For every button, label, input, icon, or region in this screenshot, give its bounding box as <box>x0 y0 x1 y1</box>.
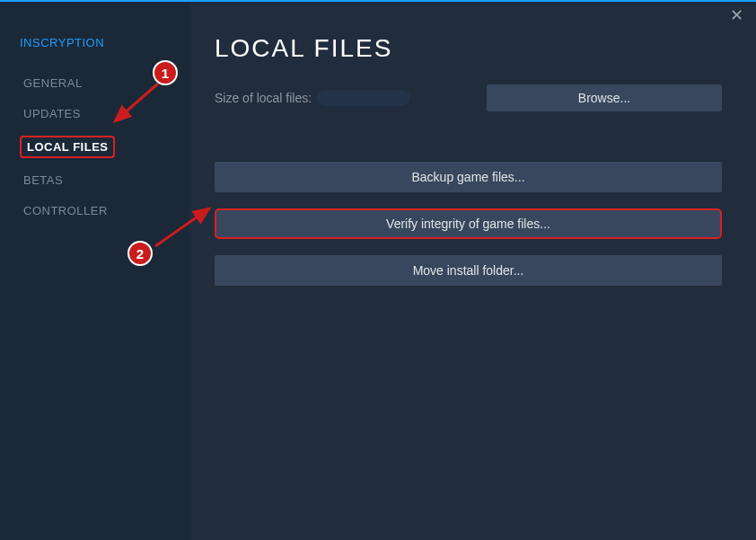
size-label: Size of local files: <box>215 91 312 105</box>
sidebar-item-updates[interactable]: UPDATES <box>20 105 84 122</box>
size-row: Size of local files: Browse... <box>215 84 722 111</box>
verify-button[interactable]: Verify integrity of game files... <box>215 208 722 239</box>
page-title: LOCAL FILES <box>215 34 722 63</box>
sidebar-item-betas[interactable]: BETAS <box>20 172 66 189</box>
properties-window: ✕ INSCRYPTION GENERAL UPDATES LOCAL FILE… <box>0 0 756 540</box>
sidebar-item-general[interactable]: GENERAL <box>20 75 86 92</box>
svg-line-1 <box>115 84 158 121</box>
main-panel: LOCAL FILES Size of local files: Browse.… <box>189 0 756 540</box>
move-button[interactable]: Move install folder... <box>215 255 722 286</box>
sidebar-item-local-files[interactable]: LOCAL FILES <box>20 136 115 158</box>
size-value-redacted <box>317 90 410 106</box>
close-icon[interactable]: ✕ <box>730 9 743 22</box>
sidebar-title: INSCRYPTION <box>20 36 189 49</box>
annotation-badge-2: 2 <box>127 241 153 266</box>
annotation-badge-1: 1 <box>153 60 178 85</box>
browse-button[interactable]: Browse... <box>487 84 722 111</box>
backup-button[interactable]: Backup game files... <box>215 162 722 192</box>
annotation-arrow-2 <box>148 199 220 253</box>
annotation-arrow-1 <box>106 76 167 130</box>
svg-line-3 <box>155 208 209 246</box>
window-top-border <box>0 0 756 2</box>
sidebar-item-controller[interactable]: CONTROLLER <box>20 202 111 219</box>
